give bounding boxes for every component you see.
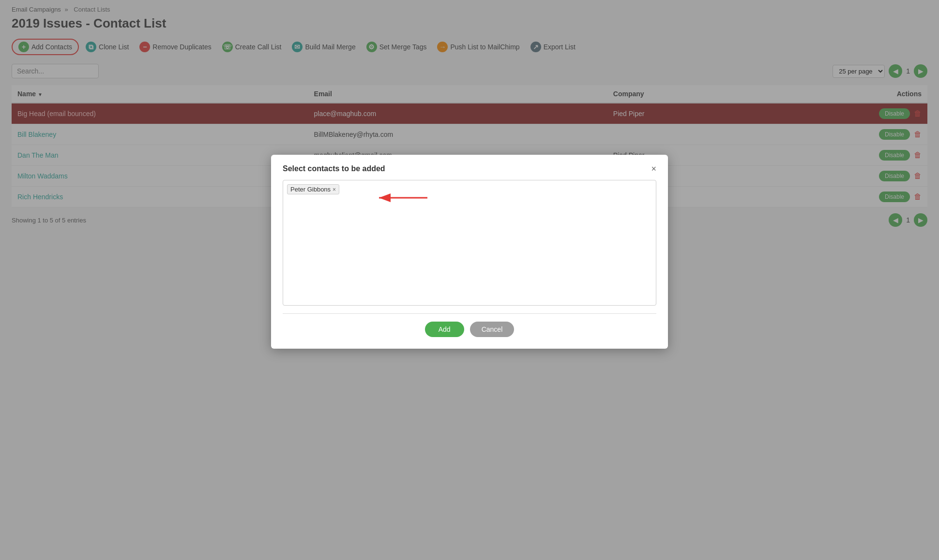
tag-remove-button[interactable]: ×: [333, 186, 336, 193]
modal-overlay: Select contacts to be added × Peter Gibb…: [0, 0, 939, 560]
arrow-annotation: [374, 188, 432, 207]
modal-title: Select contacts to be added: [283, 164, 385, 173]
selected-contact-tag: Peter Gibbons ×: [287, 184, 339, 194]
modal-close-button[interactable]: ×: [651, 164, 656, 173]
arrow-svg: [374, 188, 432, 207]
contact-select-area[interactable]: Peter Gibbons ×: [283, 180, 656, 306]
modal-cancel-button[interactable]: Cancel: [470, 322, 515, 337]
selected-contact-name: Peter Gibbons: [290, 186, 331, 193]
modal-actions: Add Cancel: [283, 322, 656, 337]
modal-add-button[interactable]: Add: [425, 322, 464, 337]
modal-divider: [283, 313, 656, 314]
modal-header: Select contacts to be added ×: [283, 164, 656, 173]
add-contacts-modal: Select contacts to be added × Peter Gibb…: [271, 155, 668, 349]
